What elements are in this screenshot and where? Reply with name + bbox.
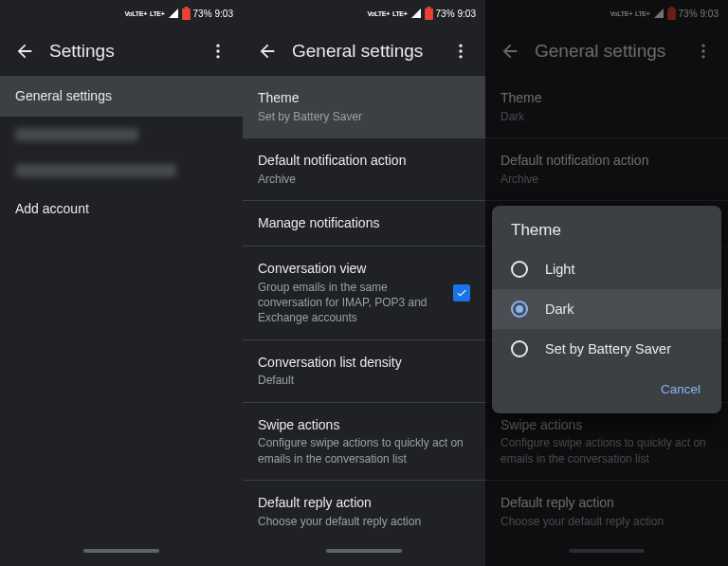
general-settings-list: Theme Set by Battery Saver Default notif… [243,76,485,536]
row-subtitle: Configure swipe actions to quickly act o… [258,435,470,466]
status-time: 9:03 [215,9,233,19]
appbar: General settings [243,27,485,76]
list-item-label: Add account [15,200,89,218]
appbar: Settings [0,27,243,76]
row-title: Default notification action [258,152,470,170]
item-theme[interactable]: Theme Dark [485,76,728,137]
redacted-text [15,128,138,141]
item-general-settings[interactable]: General settings [0,76,243,117]
svg-point-5 [459,55,462,58]
page-title: Settings [49,41,199,62]
row-subtitle: Choose your default reply action [500,514,713,529]
status-bar: VoLTE+ LTE+ 73% 9:03 [0,0,243,27]
svg-point-3 [459,45,462,47]
item-add-account[interactable]: Add account [0,189,243,229]
radio-icon [511,261,528,278]
svg-point-0 [216,45,219,47]
theme-option-dark[interactable]: Dark [492,289,721,329]
item-theme[interactable]: Theme Set by Battery Saver [243,76,485,137]
appbar: General settings [485,27,728,76]
row-title: Default notification action [500,152,713,170]
status-bar: VoLTE+ LTE+ 73% 9:03 [485,0,728,27]
page-title: General settings [535,41,684,62]
item-manage-notifications[interactable]: Manage notifications [243,201,485,246]
overflow-icon[interactable] [684,32,722,70]
row-title: Swipe actions [500,416,713,434]
volte-icon: VoLTE+ [125,10,147,17]
overflow-icon[interactable] [442,32,480,70]
radio-icon [511,340,528,357]
svg-point-7 [701,49,704,52]
dialog-title: Theme [492,206,721,249]
redacted-text [15,164,176,177]
nav-pill-icon [83,549,159,553]
option-label: Set by Battery Saver [545,341,671,356]
signal-icon [410,8,422,19]
back-icon[interactable] [6,32,44,70]
option-label: Light [545,262,574,277]
back-icon[interactable] [491,32,529,70]
row-title: Swipe actions [258,416,470,434]
nav-pill-icon [569,549,645,553]
status-battery-pct: 73% [436,9,455,19]
battery-icon [182,7,191,20]
lte-icon: LTE+ [635,10,650,17]
theme-dialog: Theme Light Dark Set by Battery Saver Ca… [492,206,721,413]
list-item-label: General settings [15,87,112,105]
row-subtitle: Default [258,373,470,388]
theme-option-light[interactable]: Light [492,249,721,289]
item-conversation-view[interactable]: Conversation view Group emails in the sa… [243,246,485,338]
status-battery-pct: 73% [679,9,698,19]
panel-settings: VoLTE+ LTE+ 73% 9:03 Settings General se… [0,0,243,566]
back-icon[interactable] [248,32,286,70]
signal-icon [653,8,664,19]
radio-icon [511,301,528,318]
row-title: Theme [258,89,470,107]
row-subtitle: Configure swipe actions to quickly act o… [500,435,713,466]
row-subtitle: Archive [258,172,470,187]
status-time: 9:03 [458,9,476,19]
item-account-1[interactable] [0,117,243,153]
checkbox-conversation-view[interactable] [453,284,470,301]
gesture-navbar [0,536,243,566]
row-subtitle: Group emails in the same conversation fo… [258,280,444,326]
lte-icon: LTE+ [150,10,165,17]
row-title: Manage notifications [258,214,470,232]
volte-icon: VoLTE+ [610,10,632,17]
item-default-reply-action[interactable]: Default reply action Choose your default… [485,481,728,536]
nav-pill-icon [326,549,402,553]
row-title: Conversation view [258,260,444,278]
svg-point-4 [459,49,462,52]
row-subtitle: Set by Battery Saver [258,109,470,124]
battery-icon [667,7,676,20]
item-swipe-actions[interactable]: Swipe actions Configure swipe actions to… [485,403,728,480]
panel-general-settings: VoLTE+ LTE+ 73% 9:03 General settings Th… [243,0,485,566]
svg-point-8 [701,55,704,58]
item-account-2[interactable] [0,153,243,189]
item-list-density[interactable]: Conversation list density Default [243,340,485,402]
status-bar: VoLTE+ LTE+ 73% 9:03 [243,0,485,27]
row-subtitle: Dark [500,109,713,124]
row-title: Conversation list density [258,354,470,372]
row-title: Theme [500,89,713,107]
item-swipe-actions[interactable]: Swipe actions Configure swipe actions to… [243,403,485,480]
svg-point-2 [216,55,219,58]
overflow-icon[interactable] [199,32,237,70]
signal-icon [168,8,179,19]
svg-point-1 [216,49,219,52]
volte-icon: VoLTE+ [368,10,390,17]
svg-point-6 [701,45,704,47]
item-default-notification-action[interactable]: Default notification action Archive [243,138,485,200]
theme-option-battery-saver[interactable]: Set by Battery Saver [492,329,721,369]
gesture-navbar [243,536,485,566]
status-time: 9:03 [701,9,719,19]
settings-list: General settings Add account [0,76,243,536]
dialog-actions: Cancel [492,369,721,410]
row-title: Default reply action [258,494,470,512]
battery-icon [425,7,433,20]
panel-theme-dialog: VoLTE+ LTE+ 73% 9:03 General settings Th… [485,0,728,566]
cancel-button[interactable]: Cancel [651,374,710,404]
item-default-reply-action[interactable]: Default reply action Choose your default… [243,481,485,536]
page-title: General settings [292,41,442,62]
item-default-notification-action[interactable]: Default notification action Archive [485,138,728,200]
